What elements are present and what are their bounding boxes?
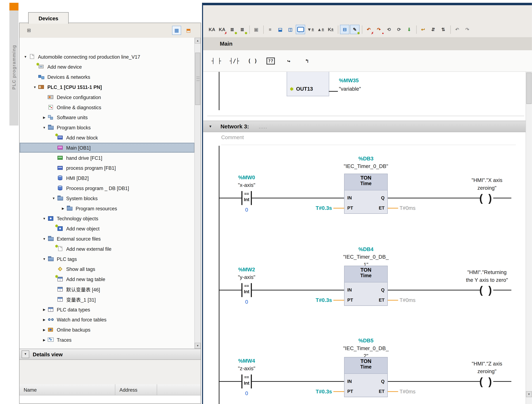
collapsed-arrow-icon[interactable]: ▶ <box>61 207 66 210</box>
timer-block[interactable]: TONTimeINQPTET <box>344 174 388 214</box>
compare-data-type[interactable]: Int <box>242 289 251 294</box>
timer-block[interactable]: TONTimeINQPTET <box>344 357 388 397</box>
forward-icon[interactable]: ↷ <box>463 25 472 34</box>
tree-item-23[interactable]: 默认变量表 [46] <box>19 284 195 294</box>
ladder-canvas[interactable]: ✱ OUT13 %MW35 "variable" ▼ Network 3: ..… <box>203 72 526 404</box>
compare-operator[interactable]: == <box>242 191 251 196</box>
tab-devices[interactable]: Devices <box>28 12 69 24</box>
open-branch-icon[interactable]: ↪ <box>282 55 296 66</box>
contact-tag-name[interactable]: "x-axis" <box>215 181 278 189</box>
graphic-view-icon[interactable]: ⬒ <box>184 26 193 35</box>
tree-item-5[interactable]: Online & diagnostics <box>19 102 195 112</box>
insert-symbol-icon[interactable]: KA <box>207 25 217 34</box>
operand-label[interactable]: %MW35 <box>339 77 359 84</box>
contact-tag-name[interactable]: "y-axis" <box>215 274 278 281</box>
tree-item-6[interactable]: ▶Software units <box>19 112 195 122</box>
collapsed-arrow-icon[interactable]: ▶ <box>42 338 47 342</box>
contact-operand[interactable]: %MW2 <box>215 266 278 273</box>
tree-scrollbar[interactable]: ▲ ▼ <box>194 38 201 349</box>
compare-data-type[interactable]: Int <box>242 380 251 386</box>
tree-item-19[interactable]: ✱Add new external file <box>19 244 195 254</box>
collapsed-arrow-icon[interactable]: ▶ <box>42 318 47 321</box>
compare-data-type[interactable]: Int <box>242 197 251 202</box>
pt-value[interactable]: T#0.3s <box>292 296 332 304</box>
editor-scrollbar[interactable]: ▼ <box>526 72 532 404</box>
insert-network-icon[interactable]: ≣✱ <box>228 25 237 34</box>
plc-programming-rail-tab[interactable]: PLC programming <box>9 13 18 121</box>
coil-tag-name[interactable]: zeroing" <box>440 368 526 375</box>
et-value[interactable]: T#0ms <box>399 388 434 395</box>
tree-item-8[interactable]: ✱Add new block <box>19 132 195 143</box>
close-branch-icon[interactable]: ↰ <box>300 55 314 66</box>
coil-open-paren[interactable]: ( <box>479 191 483 205</box>
toggle-comment-icon[interactable] <box>296 25 305 34</box>
tree-item-18[interactable]: ▼External source files <box>19 234 195 244</box>
expanded-arrow-icon[interactable]: ▼ <box>42 257 47 261</box>
tree-item-4[interactable]: Device configuration <box>19 92 195 102</box>
coil-tag-name[interactable]: the Y axis to zero" <box>440 276 526 284</box>
tree-item-14[interactable]: ▼System blocks <box>19 193 195 203</box>
tree-item-2[interactable]: Devices & networks <box>19 72 195 82</box>
network-comments-icon[interactable]: ≡ <box>265 25 275 34</box>
tree-item-20[interactable]: ▼PLC tags <box>19 254 195 264</box>
expanded-arrow-icon[interactable]: ▼ <box>42 126 47 129</box>
show-columns-icon[interactable]: ▦ <box>172 26 181 35</box>
undo-icon[interactable]: ↶✗ <box>364 25 373 34</box>
refresh-icon[interactable]: ⟳ <box>394 25 404 34</box>
paste-icon[interactable]: ▣ <box>251 25 261 34</box>
db-operand[interactable]: %DB3 <box>321 155 411 163</box>
merge-view-icon[interactable]: ◫ <box>286 25 295 34</box>
edit-favorites-icon[interactable]: ✎✱ <box>350 25 359 34</box>
contact-tag-name[interactable]: "z-axis" <box>215 365 278 372</box>
db-tag-name[interactable]: "IEC_Timer_0_DB" <box>321 163 411 170</box>
pt-value[interactable]: T#0.3s <box>292 204 332 212</box>
next-error-icon[interactable]: ⇅ <box>439 25 448 34</box>
tree-item-13[interactable]: Process program _ DB [DB1] <box>19 183 195 193</box>
tree-item-28[interactable]: ▶Traces <box>19 335 195 345</box>
column-header-extra[interactable] <box>157 384 201 395</box>
coil-close-paren[interactable]: ) <box>488 374 492 389</box>
editor-scrollbar-thumb[interactable] <box>526 73 532 104</box>
tree-item-15[interactable]: ▶Program resources <box>19 203 195 214</box>
tree-item-1[interactable]: ✱Add new device <box>19 62 195 72</box>
coil-tag-name[interactable]: "HMI"."X axis <box>440 176 526 184</box>
tree-item-11[interactable]: process program [FB1] <box>19 163 195 173</box>
out-pin-label[interactable]: OUT13 <box>296 86 313 91</box>
delete-symbol-icon[interactable]: KA✗ <box>217 25 227 34</box>
coil-open-paren[interactable]: ( <box>479 283 483 297</box>
expanded-arrow-icon[interactable]: ▼ <box>42 217 47 220</box>
db-tag-name[interactable]: "IEC_Timer_0_DB_ <box>321 253 411 261</box>
absolute-operands-icon[interactable]: ⊟ <box>340 25 349 34</box>
db-operand[interactable]: %DB4 <box>321 246 411 253</box>
expanded-arrow-icon[interactable]: ▼ <box>23 55 28 59</box>
compare-operator[interactable]: == <box>242 375 251 380</box>
coil-tag-name[interactable]: "HMI"."Returning <box>440 268 526 276</box>
tree-item-12[interactable]: HMI [DB2] <box>19 173 195 183</box>
tree-item-27[interactable]: ▶Online backups <box>19 325 195 335</box>
operand-tag-name[interactable]: "variable" <box>339 85 361 93</box>
collapsed-arrow-icon[interactable]: ▶ <box>42 308 47 311</box>
et-value[interactable]: T#0ms <box>399 296 434 304</box>
instruction-box-partial[interactable]: ✱ OUT13 <box>287 72 329 96</box>
db-tag-name[interactable]: "IEC_Timer_0_DB_ <box>321 345 411 352</box>
details-view-header[interactable]: ▾ Details view <box>19 349 201 360</box>
coil-open-paren[interactable]: ( <box>479 374 483 389</box>
tree-item-21[interactable]: Show all tags <box>19 264 195 274</box>
coil-tag-name[interactable]: "HMI"."Z axis <box>440 360 526 367</box>
contact-value[interactable]: 0 <box>233 389 261 397</box>
et-value[interactable]: T#0ms <box>399 204 434 212</box>
no-contact-icon[interactable]: ┤ ├ <box>209 55 223 66</box>
tree-item-7[interactable]: ▼Program blocks <box>19 122 195 132</box>
tree-item-0[interactable]: ▼Automobile connecting rod production li… <box>19 52 195 62</box>
view-options-icon[interactable]: ⊞ <box>24 26 33 35</box>
tree-item-24[interactable]: 变量表_1 [31] <box>19 294 195 305</box>
split-view-icon[interactable]: ⬓ <box>276 25 285 34</box>
network-header[interactable]: ▼ Network 3: ..... <box>203 121 526 132</box>
redo-icon[interactable]: ↷● <box>374 25 383 34</box>
tree-item-25[interactable]: ▶PLC data types <box>19 305 195 315</box>
contact-operand[interactable]: %MW0 <box>215 174 278 181</box>
coil-close-paren[interactable]: ) <box>488 191 492 205</box>
update-block-call-icon[interactable]: ⟲ <box>384 25 394 34</box>
collapsed-arrow-icon[interactable]: ▶ <box>42 328 47 331</box>
contact-value[interactable]: 0 <box>233 206 261 214</box>
